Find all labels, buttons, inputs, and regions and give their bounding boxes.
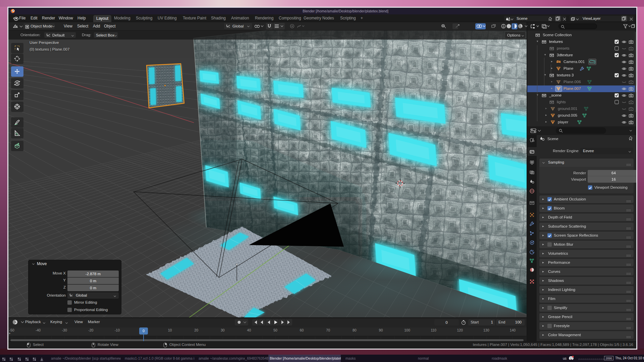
svg-text:σ: σ [590,358,592,361]
svg-text:σ: σ [586,358,588,361]
svg-text:σ: σ [588,358,590,361]
svg-text:σ: σ [600,358,602,361]
svg-text:σ: σ [594,358,596,361]
svg-text:σ: σ [596,358,598,361]
svg-text:σ: σ [580,358,582,361]
svg-text:σ: σ [578,358,580,361]
svg-text:σ: σ [592,358,594,361]
svg-text:σ: σ [582,358,584,361]
svg-text:σ: σ [598,358,600,361]
svg-text:σ: σ [584,358,586,361]
